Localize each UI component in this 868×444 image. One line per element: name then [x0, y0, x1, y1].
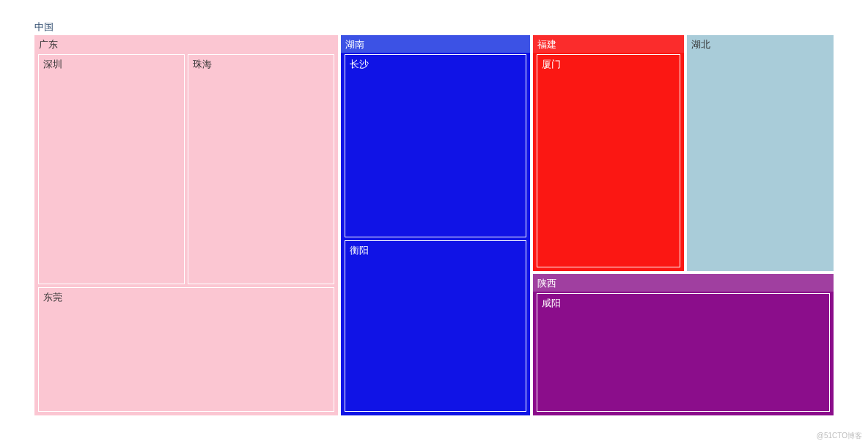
region-hunan[interactable]: 湖南 长沙 衡阳 — [341, 35, 530, 415]
region-title: 陕西 — [537, 277, 556, 290]
treemap-chart: 中国 广东 深圳 珠海 东莞 湖南 长沙 衡阳 福建 厦门 湖北 — [0, 0, 868, 444]
city-changsha[interactable]: 长沙 — [345, 54, 526, 237]
city-xiamen[interactable]: 厦门 — [537, 54, 680, 267]
region-header-strip — [341, 35, 530, 53]
watermark: @51CTO博客 — [817, 431, 862, 441]
city-label: 珠海 — [193, 58, 212, 71]
city-xianyang[interactable]: 咸阳 — [537, 293, 830, 412]
city-label: 深圳 — [43, 58, 62, 71]
city-dongguan[interactable]: 东莞 — [38, 287, 334, 412]
region-title: 湖北 — [691, 38, 710, 51]
city-label: 厦门 — [542, 58, 561, 71]
region-title: 湖南 — [345, 38, 364, 51]
region-fujian[interactable]: 福建 厦门 — [533, 35, 684, 271]
city-label: 衡阳 — [350, 244, 369, 257]
region-header-strip — [533, 274, 834, 292]
city-label: 东莞 — [43, 291, 62, 304]
city-shenzhen[interactable]: 深圳 — [38, 54, 185, 284]
region-title: 福建 — [537, 38, 556, 51]
region-shaanxi[interactable]: 陕西 咸阳 — [533, 274, 834, 415]
city-hengyang[interactable]: 衡阳 — [345, 240, 526, 412]
region-hubei[interactable]: 湖北 — [687, 35, 834, 271]
region-guangdong[interactable]: 广东 深圳 珠海 东莞 — [34, 35, 338, 415]
root-label: 中国 — [34, 21, 54, 34]
region-title: 广东 — [39, 38, 58, 51]
city-label: 长沙 — [350, 58, 369, 71]
city-zhuhai[interactable]: 珠海 — [188, 54, 334, 284]
city-label: 咸阳 — [542, 297, 561, 310]
